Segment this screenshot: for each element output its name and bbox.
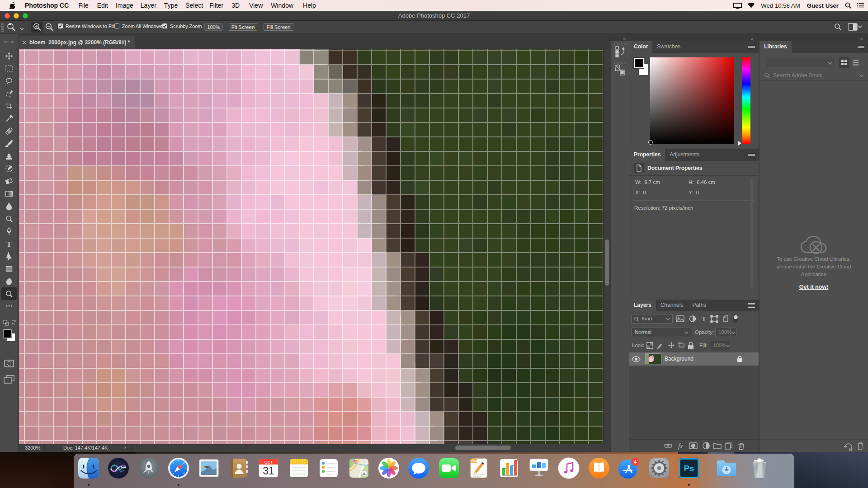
svg-text:T: T (6, 240, 12, 249)
svg-text:4: 4 (634, 459, 637, 465)
svg-text:PAGES: PAGES (472, 460, 479, 462)
svg-text:3D: 3D (363, 472, 367, 475)
svg-text:Ps: Ps (684, 464, 694, 473)
svg-text:T: T (702, 315, 706, 323)
svg-text:fx: fx (678, 443, 683, 450)
svg-text:280: 280 (354, 461, 357, 463)
svg-text:31: 31 (263, 465, 274, 477)
svg-text:OCT: OCT (264, 460, 273, 465)
